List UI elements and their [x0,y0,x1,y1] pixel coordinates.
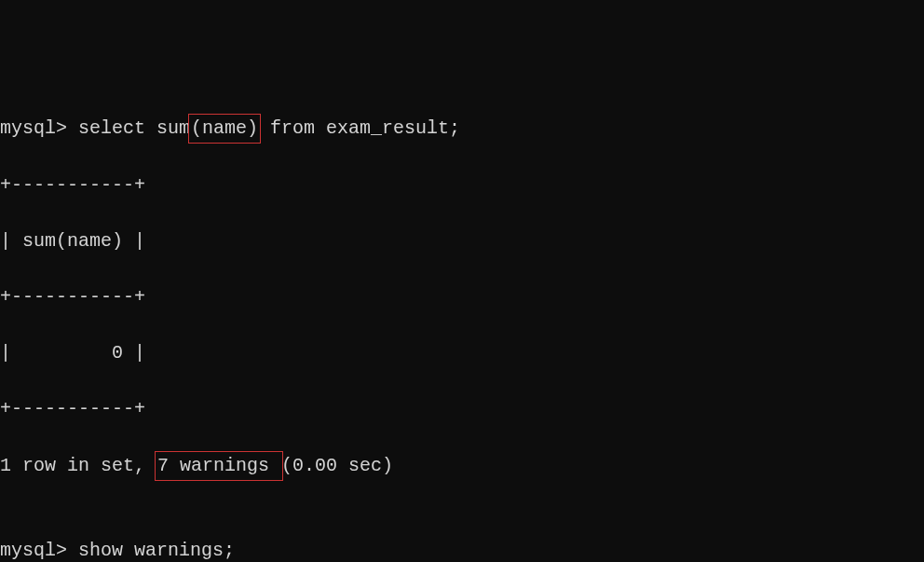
table-value: | 0 | [0,339,924,367]
table-header: | sum(name) | [0,227,924,255]
table-border: +-----------+ [0,171,924,199]
query-suffix: from exam_result; [259,117,460,139]
status-suffix: (0.00 sec) [281,455,393,476]
prompt-text: mysql> select sum [0,117,190,139]
table-border: +-----------+ [0,395,924,423]
status-line: 1 row in set, 7 warnings (0.00 sec) [0,451,924,481]
table-border: +-----------+ [0,283,924,311]
query-line-1: mysql> select sum(name) from exam_result… [0,114,924,144]
highlight-sum-name: (name) [188,114,261,144]
query-line-2: mysql> show warnings; [0,537,924,562]
status-prefix: 1 row in set, [0,455,156,476]
highlight-warnings: 7 warnings [155,451,283,481]
